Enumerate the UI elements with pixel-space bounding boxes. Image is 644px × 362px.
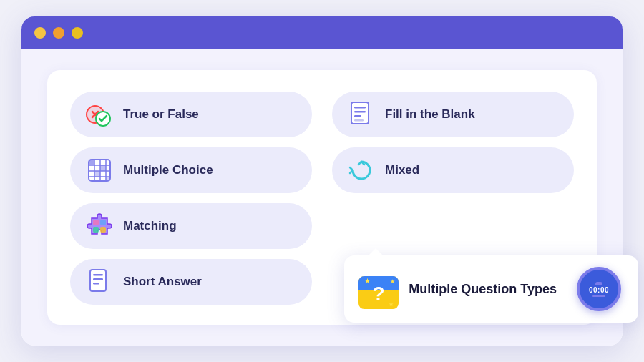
short-answer-icon <box>86 268 113 295</box>
svg-text:★: ★ <box>364 277 371 285</box>
tooltip-box: ? ★ ★ ★ Multiple Question Types 00:00 <box>344 255 638 323</box>
svg-text:★: ★ <box>389 301 394 308</box>
svg-rect-27 <box>93 274 103 276</box>
mixed-button[interactable]: Mixed <box>332 147 574 193</box>
svg-rect-18 <box>89 160 94 165</box>
tooltip-label: Multiple Question Types <box>409 282 557 297</box>
timer-line <box>592 295 605 297</box>
svg-rect-22 <box>93 220 99 225</box>
dot-gold <box>72 27 83 39</box>
mixed-icon <box>348 157 375 184</box>
titlebar <box>21 16 623 49</box>
matching-button[interactable]: Matching <box>70 203 312 249</box>
svg-rect-24 <box>93 227 99 233</box>
fill-blank-button[interactable]: Fill in the Blank <box>332 92 574 137</box>
fill-blank-label: Fill in the Blank <box>385 107 475 122</box>
svg-rect-26 <box>90 270 106 291</box>
svg-rect-19 <box>100 165 106 171</box>
svg-rect-9 <box>354 115 361 117</box>
short-answer-label: Short Answer <box>123 275 202 289</box>
svg-rect-23 <box>100 220 106 225</box>
matching-icon <box>86 212 113 240</box>
true-false-icon <box>86 101 113 128</box>
svg-rect-21 <box>106 177 110 181</box>
dot-orange <box>53 27 64 39</box>
svg-text:★: ★ <box>390 278 395 285</box>
matching-label: Matching <box>123 219 177 233</box>
timer-badge: 00:00 <box>577 267 621 311</box>
svg-rect-10 <box>354 119 364 122</box>
svg-text:?: ? <box>373 283 385 305</box>
timer-time: 00:00 <box>589 286 609 294</box>
multiple-choice-icon <box>86 157 113 184</box>
svg-rect-28 <box>93 278 103 280</box>
dot-yellow <box>34 27 46 39</box>
true-false-label: True or False <box>123 107 199 122</box>
multiple-choice-button[interactable]: Multiple Choice <box>70 147 312 193</box>
svg-rect-25 <box>100 227 106 233</box>
svg-rect-8 <box>354 111 366 113</box>
short-answer-button[interactable]: Short Answer <box>70 259 312 305</box>
svg-rect-29 <box>93 283 99 285</box>
multiple-choice-label: Multiple Choice <box>123 163 213 177</box>
svg-rect-7 <box>354 107 366 109</box>
true-false-button[interactable]: True or False <box>70 92 312 137</box>
mixed-label: Mixed <box>385 163 419 177</box>
question-icon: ? ★ ★ ★ <box>358 269 399 309</box>
browser-window: True or False Fill in the Blank <box>21 16 623 346</box>
fill-blank-icon <box>348 101 375 128</box>
browser-content: True or False Fill in the Blank <box>21 49 623 346</box>
timer-top <box>595 282 602 285</box>
svg-rect-20 <box>94 171 100 177</box>
